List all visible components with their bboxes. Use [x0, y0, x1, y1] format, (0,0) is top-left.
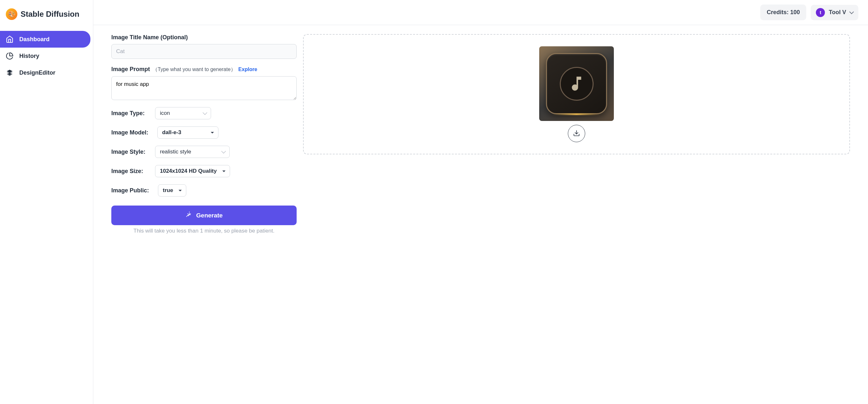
user-name-label: Tool V	[829, 9, 846, 16]
title-label: Image Title Name (Optional)	[111, 34, 297, 41]
preview-column	[303, 34, 850, 395]
chevron-down-icon	[222, 150, 225, 154]
sidebar-item-dashboard[interactable]: Dashboard	[0, 31, 90, 48]
public-label: Image Public:	[111, 187, 149, 194]
chevron-down-icon	[203, 111, 207, 115]
model-select[interactable]: dall-e-3	[157, 126, 218, 138]
title-input[interactable]	[111, 44, 297, 59]
public-field: Image Public: true	[111, 184, 297, 196]
download-icon	[573, 130, 580, 138]
size-value: 1024x1024 HD Quality	[160, 168, 217, 174]
topbar: Credits: 100 t Tool V	[93, 0, 868, 25]
model-field: Image Model: dall-e-3	[111, 126, 297, 138]
size-label: Image Size:	[111, 168, 146, 175]
prompt-hint-label: （Type what you want to generate）	[153, 66, 236, 73]
model-value: dall-e-3	[162, 129, 181, 136]
caret-down-icon	[178, 188, 182, 192]
preview-box	[303, 34, 850, 154]
sidebar-item-label: Dashboard	[19, 36, 50, 43]
type-field: Image Type: icon	[111, 107, 297, 119]
type-label: Image Type:	[111, 110, 146, 117]
sidebar-item-history[interactable]: History	[0, 48, 90, 64]
style-value: realistic style	[160, 149, 191, 155]
style-select[interactable]: realistic style	[155, 146, 230, 158]
logo-area: 🎨 Stable Diffusion	[0, 0, 93, 28]
generate-hint: This will take you less than 1 minute, s…	[111, 228, 297, 234]
type-select[interactable]: icon	[155, 107, 211, 119]
pie-chart-icon	[6, 52, 13, 60]
home-icon	[6, 35, 13, 43]
caret-down-icon	[210, 131, 214, 134]
sidebar: 🎨 Stable Diffusion Dashboard History Des…	[0, 0, 93, 404]
generate-button[interactable]: Generate	[111, 206, 297, 225]
content: Image Title Name (Optional) Image Prompt…	[93, 25, 868, 404]
avatar: t	[816, 8, 825, 17]
model-label: Image Model:	[111, 129, 148, 136]
magic-wand-icon	[185, 211, 192, 219]
design-icon	[6, 69, 13, 76]
prompt-input[interactable]	[111, 76, 297, 100]
style-field: Image Style: realistic style	[111, 146, 297, 158]
prompt-label: Image Prompt	[111, 66, 150, 73]
app-name: Stable Diffusion	[21, 10, 80, 19]
generated-image	[539, 46, 614, 121]
style-label: Image Style:	[111, 149, 146, 155]
form-column: Image Title Name (Optional) Image Prompt…	[111, 34, 297, 395]
user-menu[interactable]: t Tool V	[811, 5, 858, 20]
sidebar-item-label: History	[19, 53, 39, 60]
prompt-field-group: Image Prompt （Type what you want to gene…	[111, 66, 297, 100]
chevron-down-icon	[850, 11, 853, 13]
public-value: true	[163, 187, 173, 194]
nav: Dashboard History DesignEditor	[0, 28, 93, 84]
sidebar-item-label: DesignEditor	[19, 69, 55, 76]
explore-link[interactable]: Explore	[238, 67, 257, 72]
caret-down-icon	[222, 169, 226, 173]
size-select[interactable]: 1024x1024 HD Quality	[155, 165, 230, 177]
credits-display: Credits: 100	[760, 4, 806, 20]
sidebar-item-designeditor[interactable]: DesignEditor	[0, 64, 90, 81]
main: Credits: 100 t Tool V Image Title Name (…	[93, 0, 868, 404]
type-value: icon	[160, 110, 170, 117]
size-field: Image Size: 1024x1024 HD Quality	[111, 165, 297, 177]
download-button[interactable]	[568, 125, 585, 142]
prompt-label-row: Image Prompt （Type what you want to gene…	[111, 66, 297, 73]
generate-label: Generate	[196, 212, 223, 219]
title-field-group: Image Title Name (Optional)	[111, 34, 297, 59]
app-logo-icon: 🎨	[6, 8, 18, 20]
public-select[interactable]: true	[158, 184, 186, 196]
